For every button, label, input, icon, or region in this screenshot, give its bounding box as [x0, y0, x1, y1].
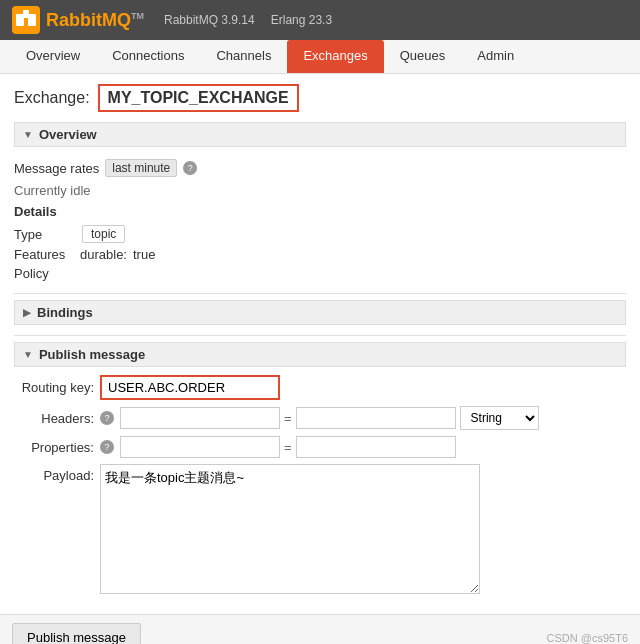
overview-section: ▼ Overview Message rates last minute ? C… [14, 122, 626, 283]
type-key: Type [14, 227, 74, 242]
currently-idle: Currently idle [14, 181, 626, 204]
erlang-version: Erlang 23.3 [271, 13, 332, 27]
properties-help-icon[interactable]: ? [100, 440, 114, 454]
svg-rect-1 [16, 14, 24, 26]
headers-key-input[interactable] [120, 407, 280, 429]
durable-label: durable: [80, 247, 127, 262]
headers-help-icon[interactable]: ? [100, 411, 114, 425]
routing-key-row: Routing key: [14, 375, 626, 400]
details-label: Details [14, 204, 626, 219]
version-info: RabbitMQ 3.9.14 Erlang 23.3 [164, 13, 332, 27]
properties-row: Properties: ? = [14, 436, 626, 458]
headers-row: Headers: ? = String Number Boolean [14, 406, 626, 430]
type-select[interactable]: String Number Boolean [460, 406, 539, 430]
nav-bar: Overview Connections Channels Exchanges … [0, 40, 640, 74]
divider-1 [14, 293, 626, 294]
bindings-section: ▶ Bindings [14, 300, 626, 325]
publish-arrow-icon: ▼ [23, 349, 33, 360]
message-rates-badge: last minute [105, 159, 177, 177]
headers-value-input[interactable] [296, 407, 456, 429]
logo-rabbit: Rabbit [46, 10, 102, 30]
payload-label: Payload: [14, 464, 94, 483]
features-label: Features [14, 247, 74, 262]
type-row: Type topic [14, 223, 626, 245]
headers-equals: = [284, 411, 292, 426]
nav-overview[interactable]: Overview [10, 40, 96, 73]
exchange-title-row: Exchange: MY_TOPIC_EXCHANGE [14, 84, 626, 112]
nav-channels[interactable]: Channels [200, 40, 287, 73]
type-value: topic [82, 225, 125, 243]
overview-section-header[interactable]: ▼ Overview [14, 122, 626, 147]
help-icon[interactable]: ? [183, 161, 197, 175]
policy-label: Policy [14, 266, 74, 281]
logo-area: RabbitMQTM [12, 6, 144, 34]
exchange-prefix: Exchange: [14, 89, 90, 107]
routing-key-input[interactable] [100, 375, 280, 400]
divider-2 [14, 335, 626, 336]
svg-rect-2 [28, 14, 36, 26]
routing-key-label: Routing key: [14, 380, 94, 395]
watermark: CSDN @cs95T6 [547, 632, 628, 644]
logo-tm: TM [131, 11, 144, 21]
nav-queues[interactable]: Queues [384, 40, 462, 73]
properties-label: Properties: [14, 440, 94, 455]
bindings-arrow-icon: ▶ [23, 307, 31, 318]
bottom-bar: Publish message CSDN @cs95T6 [0, 614, 640, 644]
properties-value-input[interactable] [296, 436, 456, 458]
durable-value: true [133, 247, 155, 262]
publish-section-title: Publish message [39, 347, 145, 362]
nav-connections[interactable]: Connections [96, 40, 200, 73]
nav-admin[interactable]: Admin [461, 40, 530, 73]
rabbitmq-logo-icon [12, 6, 40, 34]
features-row: Features durable: true [14, 245, 626, 264]
exchange-name: MY_TOPIC_EXCHANGE [98, 84, 299, 112]
logo-mq: MQ [102, 10, 131, 30]
logo-text: RabbitMQTM [46, 10, 144, 31]
publish-section-header[interactable]: ▼ Publish message [14, 342, 626, 367]
headers-label: Headers: [14, 411, 94, 426]
svg-rect-3 [23, 10, 29, 18]
publish-section: ▼ Publish message Routing key: Headers: … [14, 342, 626, 594]
details-section: Details Type topic Features durable: tru… [14, 204, 626, 283]
policy-row: Policy [14, 264, 626, 283]
properties-key-input[interactable] [120, 436, 280, 458]
message-rates-row: Message rates last minute ? [14, 155, 626, 181]
page-content: Exchange: MY_TOPIC_EXCHANGE ▼ Overview M… [0, 74, 640, 614]
payload-row: Payload: 我是一条topic主题消息~ [14, 464, 626, 594]
overview-section-title: Overview [39, 127, 97, 142]
publish-message-button[interactable]: Publish message [12, 623, 141, 644]
top-bar: RabbitMQTM RabbitMQ 3.9.14 Erlang 23.3 [0, 0, 640, 40]
message-rates-label: Message rates [14, 161, 99, 176]
rabbitmq-version: RabbitMQ 3.9.14 [164, 13, 255, 27]
overview-arrow-icon: ▼ [23, 129, 33, 140]
payload-textarea[interactable]: 我是一条topic主题消息~ [100, 464, 480, 594]
properties-equals: = [284, 440, 292, 455]
properties-inputs: = [120, 436, 456, 458]
bindings-section-title: Bindings [37, 305, 93, 320]
headers-inputs: = String Number Boolean [120, 406, 539, 430]
nav-exchanges[interactable]: Exchanges [287, 40, 383, 73]
bindings-section-header[interactable]: ▶ Bindings [14, 300, 626, 325]
